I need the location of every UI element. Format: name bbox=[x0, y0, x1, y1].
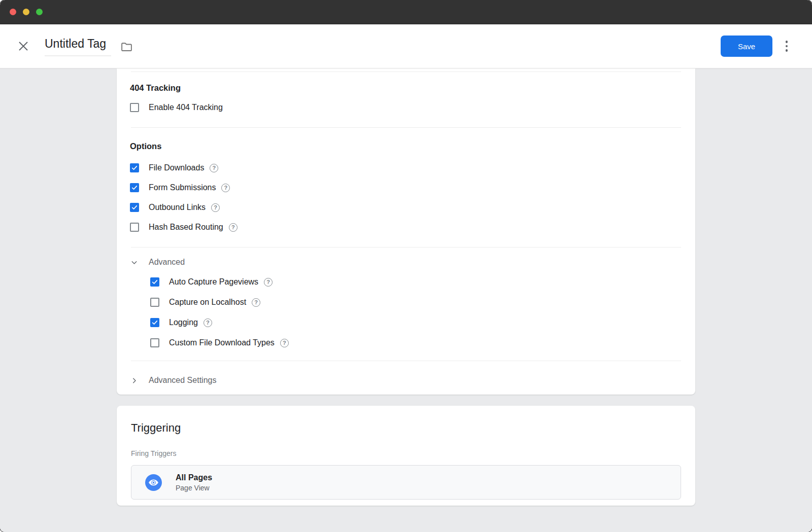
checkbox-label: Form Submissions bbox=[149, 183, 216, 192]
help-icon[interactable]: ? bbox=[229, 223, 238, 232]
checkbox-label: Enable 404 Tracking bbox=[149, 103, 223, 112]
checkbox-label: Hash Based Routing bbox=[149, 223, 223, 232]
advanced-settings-expander[interactable]: Advanced Settings bbox=[130, 375, 695, 386]
divider bbox=[131, 127, 681, 128]
help-icon[interactable]: ? bbox=[221, 184, 230, 192]
chevron-right-icon bbox=[130, 376, 139, 385]
triggering-heading: Triggering bbox=[131, 421, 681, 435]
trigger-type: Page View bbox=[176, 484, 212, 492]
help-icon[interactable]: ? bbox=[204, 318, 212, 327]
help-icon[interactable]: ? bbox=[252, 298, 260, 307]
trigger-name: All Pages bbox=[176, 473, 212, 482]
checkbox-row-capture-on-localhost[interactable]: Capture on Localhost ? bbox=[150, 297, 695, 307]
checkbox-row-auto-capture-pageviews[interactable]: Auto Capture Pageviews ? bbox=[150, 277, 695, 287]
triggering-card: Triggering Firing Triggers All Pages Pag… bbox=[117, 406, 695, 506]
checkbox-label: Logging bbox=[169, 318, 198, 327]
app-window: Untitled Tag Save 404 Tracking Enable 40… bbox=[0, 0, 812, 532]
checkbox-label: Custom File Download Types bbox=[169, 338, 275, 347]
checkbox-row-form-submissions[interactable]: Form Submissions ? bbox=[130, 183, 695, 193]
checkbox-row-hash-based-routing[interactable]: Hash Based Routing ? bbox=[130, 222, 695, 232]
tag-name-field-wrap: Untitled Tag bbox=[45, 37, 133, 56]
divider bbox=[131, 72, 681, 72]
advanced-expander[interactable]: Advanced bbox=[130, 257, 695, 268]
chevron-down-icon bbox=[130, 258, 139, 267]
checkbox-custom-file-download-types[interactable] bbox=[150, 338, 159, 347]
help-icon[interactable]: ? bbox=[280, 339, 289, 347]
checkbox-label: File Downloads bbox=[149, 163, 204, 172]
advanced-label: Advanced bbox=[149, 258, 185, 267]
pageview-eye-icon bbox=[145, 474, 162, 491]
titlebar bbox=[0, 0, 812, 24]
section-heading-options: Options bbox=[130, 141, 682, 151]
zoom-window-button[interactable] bbox=[36, 9, 43, 15]
checkbox-row-logging[interactable]: Logging ? bbox=[150, 317, 695, 328]
firing-triggers-label: Firing Triggers bbox=[131, 449, 681, 457]
checkbox-enable-404[interactable] bbox=[130, 103, 139, 112]
checkbox-row-outbound-links[interactable]: Outbound Links ? bbox=[130, 202, 695, 212]
tag-editor-header: Untitled Tag Save bbox=[0, 24, 812, 68]
checkbox-hash-based-routing[interactable] bbox=[130, 223, 139, 232]
tag-name-input[interactable]: Untitled Tag bbox=[45, 37, 111, 56]
tag-configuration-card: 404 Tracking Enable 404 Tracking Options… bbox=[117, 68, 695, 395]
minimize-window-button[interactable] bbox=[23, 9, 29, 15]
help-icon[interactable]: ? bbox=[264, 278, 273, 287]
checkbox-auto-capture-pageviews[interactable] bbox=[150, 277, 159, 287]
checkbox-row-enable-404[interactable]: Enable 404 Tracking bbox=[130, 102, 695, 113]
checkbox-row-file-downloads[interactable]: File Downloads ? bbox=[130, 163, 695, 173]
save-button[interactable]: Save bbox=[721, 36, 772, 57]
help-icon[interactable]: ? bbox=[211, 203, 220, 212]
checkbox-label: Capture on Localhost bbox=[169, 298, 246, 307]
folder-icon[interactable] bbox=[120, 41, 133, 53]
help-icon[interactable]: ? bbox=[210, 164, 218, 172]
close-window-button[interactable] bbox=[10, 9, 16, 15]
checkbox-label: Outbound Links bbox=[149, 203, 206, 212]
divider bbox=[131, 361, 681, 361]
checkbox-form-submissions[interactable] bbox=[130, 183, 139, 192]
content-area: 404 Tracking Enable 404 Tracking Options… bbox=[0, 68, 812, 532]
checkbox-capture-on-localhost[interactable] bbox=[150, 298, 159, 307]
checkbox-row-custom-file-download-types[interactable]: Custom File Download Types ? bbox=[150, 338, 695, 348]
checkbox-outbound-links[interactable] bbox=[130, 203, 139, 212]
divider bbox=[131, 247, 681, 247]
close-icon[interactable] bbox=[17, 40, 29, 52]
checkbox-file-downloads[interactable] bbox=[130, 163, 139, 172]
checkbox-label: Auto Capture Pageviews bbox=[169, 277, 258, 287]
trigger-text: All Pages Page View bbox=[176, 473, 212, 492]
checkbox-logging[interactable] bbox=[150, 318, 159, 327]
section-heading-404-tracking: 404 Tracking bbox=[130, 83, 682, 93]
more-options-kebab-icon[interactable] bbox=[781, 39, 793, 53]
advanced-settings-label: Advanced Settings bbox=[149, 376, 216, 385]
trigger-row-all-pages[interactable]: All Pages Page View bbox=[131, 465, 681, 500]
